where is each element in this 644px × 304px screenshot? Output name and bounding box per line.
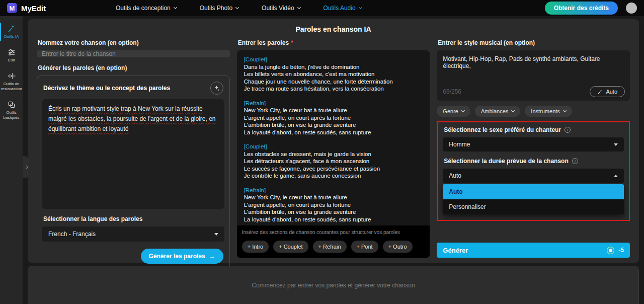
caret-down-icon [214,233,218,236]
generate-button-label: Générer [443,247,468,254]
generate-lyrics-row: Générer les paroles → [42,242,224,265]
chip-label: Ambiances [481,108,508,114]
sidebar-item-edit[interactable]: Édit [0,44,23,67]
song-name-label: Nommez votre chanson (en option) [38,39,229,46]
style-label: Entrer le style musical (en option) [438,39,629,46]
credit-coin-icon [607,247,614,254]
auto-style-button[interactable]: Auto [590,86,625,97]
brand[interactable]: M MyEdit [7,3,83,13]
ambiances-chip[interactable]: Ambiances [475,106,520,117]
nav-item-outils-conception[interactable]: Outils de conception [116,5,177,12]
add-pont-button[interactable]: + Pont [351,241,378,253]
generate-lyrics-card: Décrivez le thème ou le concept des paro… [37,75,230,271]
style-meta-row: 69/256 Auto [443,86,625,97]
chevron-down-icon [359,6,362,9]
user-avatar[interactable] [626,3,637,14]
nav-item-label: Outils Audio [324,5,356,12]
language-select[interactable]: French - Français [42,226,224,242]
lyric-line: L'argent appelle, on court après la fort… [244,201,423,209]
info-icon[interactable]: i [565,127,571,133]
nav-item-outils-photo[interactable]: Outils Photo [200,5,238,12]
lyric-line: La loyauté d'abord, on reste soudés, san… [244,129,423,136]
add-refrain-button[interactable]: + Refrain [313,241,347,253]
singer-gender-label-row: Sélectionnez le sexe préféré du chanteur… [444,126,623,133]
chevron-down-icon [297,6,301,9]
chip-label: Genre [443,108,458,114]
style-column: Entrer le style musical (en option) Moti… [437,37,630,258]
topbar: M MyEdit Outils de conception Outils Pho… [0,0,644,16]
lyric-line: Les billets verts en abondance, c'est ma… [244,70,423,78]
lyric-line: Je trace ma route sans hésitation, vers … [244,85,423,93]
sidebar-expand-handle[interactable] [23,156,29,178]
wand-icon [597,89,603,95]
lyric-line: Les détracteurs s'agacent, face à mon as… [244,158,423,165]
generate-lyrics-button-label: Générer les paroles [149,253,205,260]
sidebar: Outils IA Édit Outils de restauration Ou… [0,16,23,304]
content-area: Paroles en chanson IA Nommez votre chans… [23,16,644,304]
sidebar-item-outils-restauration[interactable]: Outils de restauration [0,67,23,96]
sliders-icon [8,48,16,56]
chevron-down-icon [174,6,177,9]
lyric-line: Les obstacles se dressent, mais je garde… [244,150,423,158]
sidebar-item-label: Outils de restauration [1,82,22,92]
lyric-line: L'ambition brûle, on vise la grande aven… [244,208,423,216]
lyric-line: New York City, le cœur bat à toute allur… [244,194,423,201]
nav-item-outils-video[interactable]: Outils Vidéo [262,5,300,12]
add-intro-button[interactable]: + Intro [242,241,269,253]
duration-select[interactable]: Auto [443,169,624,183]
theme-header-row: Décrivez le thème ou le concept des paro… [42,81,224,99]
language-value: French - Français [48,231,96,238]
sidebar-item-label: Outils IA [4,34,19,39]
duration-label: Sélectionner la durée prévue de la chans… [444,158,568,165]
add-outro-button[interactable]: + Outro [383,241,413,253]
lyric-section: [Couplet] Dans la jungle de béton, j'rêv… [244,56,423,93]
lyric-line: La loyauté d'abord, on reste soudés, san… [244,216,423,223]
lyric-section-tag: [Couplet] [244,56,423,63]
singer-gender-value: Homme [449,141,470,148]
song-title-input[interactable] [37,50,230,57]
main-nav: Outils de conception Outils Photo Outils… [116,5,362,12]
lyric-line: Je contrôle le game, sans aucune concess… [244,172,423,180]
columns: Nommez votre chanson (en option) Générer… [37,37,630,258]
theme-textarea[interactable]: Écris un rap motivant style trap à New Y… [42,99,224,209]
lyric-section-tag: [Refrain] [244,187,423,194]
get-credits-button[interactable]: Obtenir des crédits [545,2,618,15]
chevron-right-icon [24,165,28,169]
inspiration-icon [213,85,220,92]
myedit-logo-icon: M [7,3,17,13]
lyric-section: [Refrain] New York City, le cœur bat à t… [244,100,423,136]
language-label: Sélectionner la langue des paroles [43,215,223,222]
genre-chip[interactable]: Genre [437,106,470,117]
brand-name: MyEdit [21,4,46,13]
lyric-line: L'ambition brûle, on vise la grande aven… [244,121,423,129]
lyric-section: [Couplet] Les obstacles se dressent, mai… [244,143,423,180]
lyric-line: L'argent appelle, on court après la fort… [244,114,423,122]
topbar-right: Obtenir des crédits [545,2,637,15]
app-shell: Outils IA Édit Outils de restauration Ou… [0,16,644,304]
nav-item-outils-audio[interactable]: Outils Audio [324,5,362,12]
lyric-line: Le succès se façonne, avec persévérance … [244,165,423,173]
instruments-chip[interactable]: Instruments [525,106,572,117]
lyrics-label: Entrer les paroles [238,39,289,46]
required-mark: * [291,39,293,46]
song-setup-column: Nommez votre chanson (en option) Générer… [37,37,230,258]
info-icon[interactable]: i [572,158,578,164]
lyrics-textarea[interactable]: [Couplet] Dans la jungle de béton, j'rêv… [237,50,430,258]
generate-button[interactable]: Générer -5 [437,243,630,258]
style-textarea[interactable]: Motivant, Hip-Hop, Rap, Pads de synthé a… [437,50,630,101]
singer-gender-select[interactable]: Homme [443,137,624,151]
add-couplet-button[interactable]: + Couplet [273,241,308,253]
output-panel: Commencez par entrer vos paroles et géné… [28,266,639,304]
inspiration-button[interactable] [210,82,223,95]
main-panel: Paroles en chanson IA Nommez votre chans… [28,19,639,263]
lyric-line: Chaque jour une nouvelle chance, une for… [244,78,423,86]
generate-lyrics-button[interactable]: Générer les paroles → [141,249,223,264]
lyric-section-tag: [Couplet] [244,143,423,150]
duration-option-personnaliser[interactable]: Personnaliser [443,199,624,214]
duration-option-auto[interactable]: Auto [443,184,624,199]
chip-label: Instruments [531,108,559,114]
sidebar-item-outils-ia[interactable]: Outils IA [0,20,23,44]
caret-down-icon [614,143,618,146]
arrow-right-icon: → [209,253,215,260]
sidebar-item-outils-basiques[interactable]: Outils basiques [0,96,23,125]
